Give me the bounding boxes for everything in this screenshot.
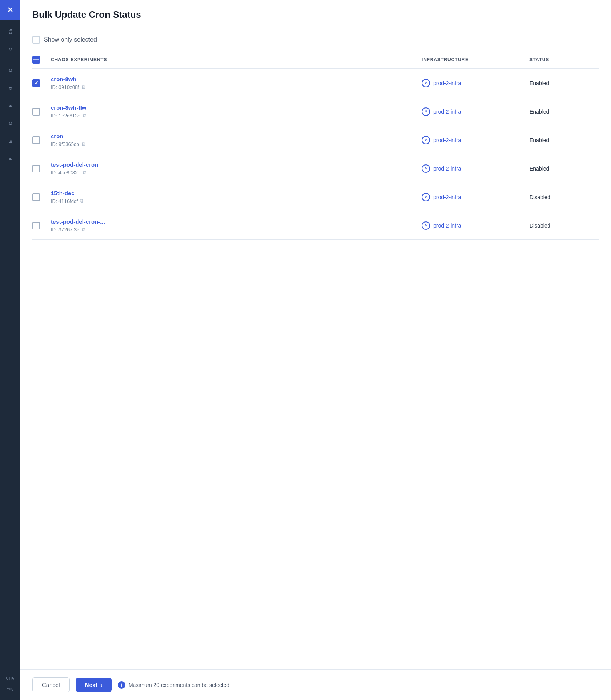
table-row: cron ID: 9f0365cb ⧉ ❄ prod-2-infra Enabl… (32, 126, 599, 154)
status-cell-5: Disabled (529, 223, 599, 229)
sidebar-item-7[interactable]: In (0, 133, 20, 150)
cancel-button[interactable]: Cancel (32, 677, 70, 692)
infra-icon-5: ❄ (422, 221, 430, 230)
infra-name-5[interactable]: prod-2-infra (433, 223, 461, 229)
status-cell-2: Enabled (529, 137, 599, 143)
copy-icon-4[interactable]: ⧉ (80, 198, 83, 204)
experiment-name-2[interactable]: cron (51, 133, 422, 139)
copy-icon-5[interactable]: ⧉ (82, 226, 85, 233)
experiment-name-3[interactable]: test-pod-del-cron (51, 161, 422, 168)
experiment-name-0[interactable]: cron-8wh (51, 76, 422, 82)
sidebar-bottom-label: CHA (3, 673, 16, 683)
close-button[interactable]: ✕ (0, 0, 20, 20)
sidebar-item-3[interactable]: C (0, 62, 20, 79)
copy-icon-1[interactable]: ⧉ (83, 112, 86, 119)
next-arrow-icon: › (100, 682, 102, 688)
experiment-id-5: ID: 37267f3e ⧉ (51, 226, 422, 233)
experiment-id-1: ID: 1e2c613e ⧉ (51, 112, 422, 119)
experiment-cell-1: cron-8wh-tlw ID: 1e2c613e ⧉ (51, 104, 422, 119)
row-checkbox-3[interactable] (32, 165, 40, 172)
modal-header: Bulk Update Cron Status (20, 0, 611, 28)
max-info: i Maximum 20 experiments can be selected (118, 681, 229, 689)
infra-icon-3: ❄ (422, 164, 430, 173)
infra-cell-2: ❄ prod-2-infra (422, 136, 529, 144)
experiment-cell-3: test-pod-del-cron ID: 4ce8082d ⧉ (51, 161, 422, 176)
sidebar-divider (2, 60, 18, 60)
sidebar-item-1[interactable]: Ch (0, 23, 20, 40)
next-button[interactable]: Next › (76, 678, 112, 692)
table-rows-container: ✓ cron-8wh ID: 0910c08f ⧉ ❄ prod-2-infra… (32, 69, 599, 240)
table-row: 15th-dec ID: 4116fdcf ⧉ ❄ prod-2-infra D… (32, 183, 599, 211)
sidebar-nav: Ch C C G E C In P (0, 20, 20, 168)
col-header-infrastructure: INFRASTRUCTURE (422, 57, 529, 62)
infra-name-3[interactable]: prod-2-infra (433, 166, 461, 172)
col-header-experiments: CHAOS EXPERIMENTS (51, 57, 422, 62)
experiment-cell-0: cron-8wh ID: 0910c08f ⧉ (51, 76, 422, 90)
experiments-table: — CHAOS EXPERIMENTS INFRASTRUCTURE STATU… (20, 51, 611, 240)
status-cell-0: Enabled (529, 80, 599, 86)
filter-row: Show only selected (20, 28, 611, 51)
infra-name-1[interactable]: prod-2-infra (433, 109, 461, 115)
experiment-id-4: ID: 4116fdcf ⧉ (51, 198, 422, 204)
sidebar-item-4[interactable]: G (0, 80, 20, 97)
row-checkbox-cell-3[interactable] (32, 165, 51, 172)
select-all-checkbox[interactable]: — (32, 56, 40, 64)
table-header: — CHAOS EXPERIMENTS INFRASTRUCTURE STATU… (32, 51, 599, 69)
experiment-id-2: ID: 9f0365cb ⧉ (51, 141, 422, 147)
table-row: ✓ cron-8wh ID: 0910c08f ⧉ ❄ prod-2-infra… (32, 69, 599, 97)
row-checkbox-4[interactable] (32, 193, 40, 201)
sidebar: ✕ Ch C C G E C In P CHA Eng (0, 0, 20, 700)
infra-cell-1: ❄ prod-2-infra (422, 107, 529, 116)
minus-icon: — (33, 57, 39, 63)
select-all-cell[interactable]: — (32, 56, 51, 64)
row-checkbox-0[interactable]: ✓ (32, 79, 40, 87)
experiment-name-1[interactable]: cron-8wh-tlw (51, 104, 422, 111)
row-checkbox-cell-1[interactable] (32, 108, 51, 116)
experiment-cell-5: test-pod-del-cron-... ID: 37267f3e ⧉ (51, 218, 422, 233)
row-checkbox-2[interactable] (32, 136, 40, 144)
infra-name-4[interactable]: prod-2-infra (433, 194, 461, 200)
row-checkbox-5[interactable] (32, 222, 40, 229)
experiment-name-4[interactable]: 15th-dec (51, 190, 422, 196)
infra-cell-4: ❄ prod-2-infra (422, 193, 529, 201)
modal-body: Show only selected — CHAOS EXPERIMENTS I… (20, 28, 611, 669)
check-icon: ✓ (34, 80, 38, 86)
status-cell-3: Enabled (529, 166, 599, 172)
sidebar-item-6[interactable]: C (0, 115, 20, 132)
sidebar-item-5[interactable]: E (0, 97, 20, 114)
next-label: Next (85, 682, 98, 688)
experiment-name-5[interactable]: test-pod-del-cron-... (51, 218, 422, 225)
row-checkbox-cell-5[interactable] (32, 222, 51, 229)
row-checkbox-cell-0[interactable]: ✓ (32, 79, 51, 87)
experiment-cell-2: cron ID: 9f0365cb ⧉ (51, 133, 422, 147)
experiment-id-0: ID: 0910c08f ⧉ (51, 84, 422, 90)
status-cell-1: Enabled (529, 109, 599, 115)
show-only-selected-label: Show only selected (44, 36, 97, 43)
infra-icon-0: ❄ (422, 79, 430, 87)
row-checkbox-cell-4[interactable] (32, 193, 51, 201)
max-info-text: Maximum 20 experiments can be selected (129, 682, 229, 688)
infra-icon-1: ❄ (422, 107, 430, 116)
sidebar-item-2[interactable]: C (0, 41, 20, 58)
experiment-cell-4: 15th-dec ID: 4116fdcf ⧉ (51, 190, 422, 204)
copy-icon-3[interactable]: ⧉ (83, 169, 86, 176)
modal-footer: Cancel Next › i Maximum 20 experiments c… (20, 669, 611, 700)
infra-name-0[interactable]: prod-2-infra (433, 80, 461, 86)
row-checkbox-1[interactable] (32, 108, 40, 116)
row-checkbox-cell-2[interactable] (32, 136, 51, 144)
infra-cell-5: ❄ prod-2-infra (422, 221, 529, 230)
copy-icon-2[interactable]: ⧉ (82, 141, 85, 147)
sidebar-bottom-sublabel: Eng (3, 683, 16, 694)
table-row: cron-8wh-tlw ID: 1e2c613e ⧉ ❄ prod-2-inf… (32, 97, 599, 126)
table-row: test-pod-del-cron-... ID: 37267f3e ⧉ ❄ p… (32, 211, 599, 240)
experiment-id-3: ID: 4ce8082d ⧉ (51, 169, 422, 176)
infra-icon-2: ❄ (422, 136, 430, 144)
infra-name-2[interactable]: prod-2-infra (433, 137, 461, 143)
modal-overlay: Bulk Update Cron Status Show only select… (20, 0, 611, 700)
sidebar-item-8[interactable]: P (0, 151, 20, 167)
infra-cell-3: ❄ prod-2-infra (422, 164, 529, 173)
infra-icon-4: ❄ (422, 193, 430, 201)
info-icon: i (118, 681, 125, 689)
show-only-selected-checkbox[interactable] (32, 36, 40, 44)
copy-icon-0[interactable]: ⧉ (82, 84, 85, 90)
